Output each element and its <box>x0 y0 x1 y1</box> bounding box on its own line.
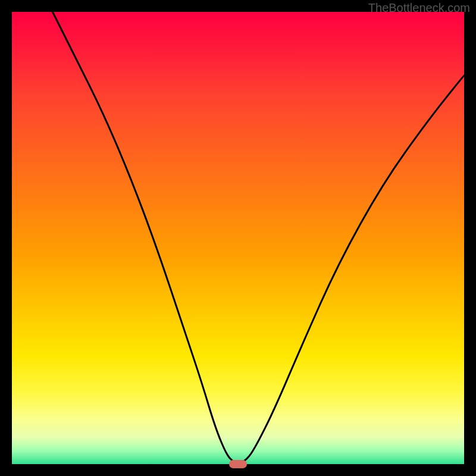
watermark-text: TheBottleneck.com <box>368 1 470 15</box>
chart-container: TheBottleneck.com <box>0 0 476 476</box>
minimum-marker <box>229 460 247 468</box>
curve-svg <box>12 12 464 464</box>
bottleneck-curve <box>52 12 464 464</box>
